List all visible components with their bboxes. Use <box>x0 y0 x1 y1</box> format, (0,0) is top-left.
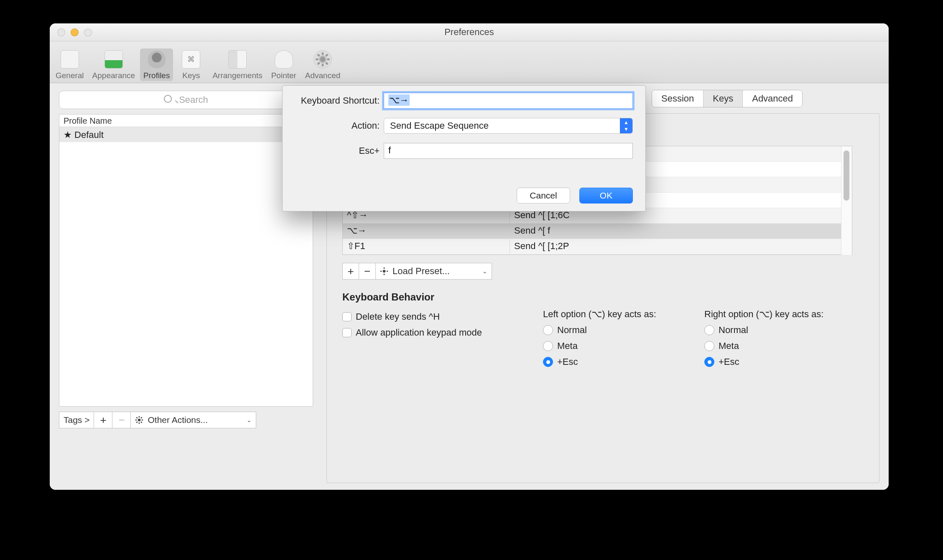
profiles-icon <box>148 50 166 69</box>
right-option-heading: Right option (⌥) key acts as: <box>704 309 823 320</box>
toolbar-appearance[interactable]: Appearance <box>89 48 138 81</box>
allow-keypad-checkbox[interactable] <box>342 328 352 337</box>
toolbar-profiles[interactable]: Profiles <box>140 48 173 81</box>
general-icon <box>61 50 79 69</box>
ok-button[interactable]: OK <box>579 188 633 204</box>
other-actions-dropdown[interactable]: Other Actions... ⌄ <box>131 412 256 428</box>
remove-mapping-button[interactable]: − <box>359 263 376 280</box>
profile-list[interactable]: Profile Name ★ Default <box>59 114 313 407</box>
left-option-group: Left option (⌥) key acts as: Normal Meta… <box>543 309 656 370</box>
left-option-meta-radio[interactable] <box>543 341 553 351</box>
table-row[interactable]: ⇧F1 Send ^[ [1;2P <box>343 239 852 255</box>
svg-point-0 <box>320 57 325 62</box>
svg-line-14 <box>137 417 138 418</box>
search-placeholder: Search <box>179 94 208 105</box>
keys-icon: ⌘ <box>182 50 200 69</box>
advanced-icon <box>313 50 332 69</box>
esc-label: Esc+ <box>283 145 384 156</box>
svg-point-9 <box>138 419 141 422</box>
remove-profile-button[interactable]: − <box>112 412 131 428</box>
key-mapping-controls: + − Load Preset... ⌄ <box>342 263 492 280</box>
svg-line-7 <box>318 63 320 65</box>
profile-list-header: Profile Name <box>59 115 313 127</box>
tab-session[interactable]: Session <box>652 90 703 107</box>
appearance-icon <box>104 50 123 69</box>
table-row-selected[interactable]: ⌥→ Send ^[ f <box>343 224 852 239</box>
scrollbar-thumb[interactable] <box>844 150 849 201</box>
preferences-window: Preferences General Appearance Profiles … <box>50 23 889 490</box>
arrangements-icon <box>228 50 247 69</box>
svg-line-8 <box>326 54 328 56</box>
add-profile-button[interactable]: + <box>94 412 112 428</box>
edit-key-mapping-dialog: Keyboard Shortcut: ⌥→ Action: Send Escap… <box>282 85 646 211</box>
gear-icon <box>380 267 388 275</box>
add-mapping-button[interactable]: + <box>342 263 359 280</box>
toolbar-general[interactable]: General <box>52 48 87 81</box>
svg-line-6 <box>326 63 328 65</box>
left-option-heading: Left option (⌥) key acts as: <box>543 309 656 320</box>
svg-line-5 <box>318 54 320 56</box>
chevron-down-icon: ⌄ <box>482 268 487 275</box>
profile-subtabs: Session Keys Advanced <box>652 90 803 107</box>
left-option-normal-radio[interactable] <box>543 325 553 335</box>
delete-sends-h-checkbox[interactable] <box>342 312 352 321</box>
right-option-meta-radio[interactable] <box>704 341 714 351</box>
toolbar-arrangements[interactable]: Arrangements <box>209 48 265 81</box>
svg-line-17 <box>141 417 143 418</box>
toolbar-keys[interactable]: ⌘ Keys <box>175 48 207 81</box>
svg-line-15 <box>141 422 143 423</box>
tab-keys[interactable]: Keys <box>703 90 743 107</box>
right-option-group: Right option (⌥) key acts as: Normal Met… <box>704 309 823 370</box>
shortcut-field[interactable]: ⌥→ <box>384 93 633 109</box>
svg-line-16 <box>137 422 138 423</box>
preferences-toolbar: General Appearance Profiles ⌘ Keys Arran… <box>50 41 889 83</box>
window-title: Preferences <box>50 27 889 38</box>
svg-point-18 <box>383 270 386 273</box>
profile-row-default[interactable]: ★ Default <box>59 127 313 142</box>
chevron-down-icon: ⌄ <box>247 417 252 423</box>
allow-keypad-label: Allow application keypad mode <box>356 327 482 338</box>
right-option-esc-radio[interactable] <box>704 357 714 367</box>
pointer-icon <box>275 50 293 69</box>
keyboard-behavior-heading: Keyboard Behavior <box>342 291 434 303</box>
delete-sends-h-label: Delete key sends ^H <box>356 311 440 322</box>
cancel-button[interactable]: Cancel <box>517 188 570 204</box>
load-preset-dropdown[interactable]: Load Preset... ⌄ <box>376 263 492 280</box>
esc-sequence-field[interactable]: f <box>384 143 633 159</box>
select-arrow-icon: ▲▼ <box>620 118 632 133</box>
profile-search[interactable]: Search <box>59 91 313 109</box>
right-option-normal-radio[interactable] <box>704 325 714 335</box>
profile-footer: Tags > + − Other Actions... ⌄ <box>59 412 313 428</box>
gear-icon <box>315 52 330 67</box>
action-label: Action: <box>283 120 384 131</box>
toolbar-advanced[interactable]: Advanced <box>302 48 344 81</box>
left-option-esc-radio[interactable] <box>543 357 553 367</box>
shortcut-label: Keyboard Shortcut: <box>283 95 384 106</box>
titlebar: Preferences <box>50 23 889 41</box>
profiles-sidebar: Search Profile Name ★ Default Tags > + −… <box>59 91 313 428</box>
toolbar-pointer[interactable]: Pointer <box>268 48 300 81</box>
keyboard-behavior-checkboxes: Delete key sends ^H Allow application ke… <box>342 309 482 341</box>
gear-icon <box>135 416 143 424</box>
action-select[interactable]: Send Escape Sequence ▲▼ <box>384 118 633 134</box>
tags-button[interactable]: Tags > <box>59 412 94 428</box>
search-icon <box>164 94 176 105</box>
tab-advanced[interactable]: Advanced <box>743 90 802 107</box>
scrollbar[interactable] <box>841 146 852 255</box>
